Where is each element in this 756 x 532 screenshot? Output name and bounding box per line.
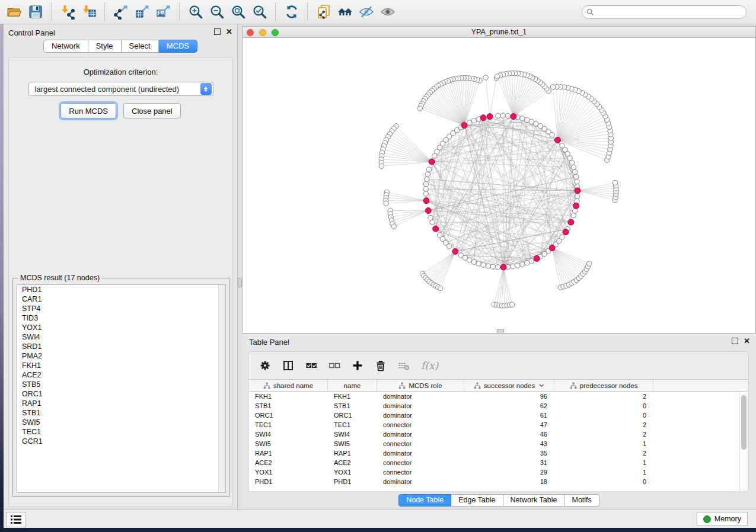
graph-hub-node[interactable] — [568, 219, 574, 225]
mcds-result-item[interactable]: SRD1 — [17, 342, 225, 351]
graph-hub-node[interactable] — [429, 159, 435, 165]
graph-node[interactable] — [467, 120, 472, 125]
graph-node[interactable] — [486, 264, 490, 268]
settings-button[interactable] — [259, 360, 271, 371]
graph-node[interactable] — [510, 264, 515, 268]
export-network-button[interactable] — [110, 2, 132, 22]
table-row[interactable]: TEC1TEC1connector472 — [249, 420, 748, 430]
graph-node[interactable] — [483, 75, 488, 80]
maximize-window-icon[interactable] — [272, 29, 279, 36]
graph-node[interactable] — [571, 165, 576, 169]
mcds-result-item[interactable]: FKH1 — [17, 361, 225, 370]
mcds-result-item[interactable]: STB5 — [17, 380, 225, 389]
tab-edge-table[interactable]: Edge Table — [451, 494, 503, 507]
mcds-result-item[interactable]: ORC1 — [17, 389, 225, 399]
mcds-result-item[interactable]: CAR1 — [17, 294, 225, 304]
graph-node[interactable] — [428, 215, 433, 220]
graph-node[interactable] — [550, 85, 555, 89]
split-columns-button[interactable] — [282, 360, 294, 371]
memory-button[interactable]: Memory — [697, 512, 748, 526]
table-row[interactable]: YOX1YOX1connector291 — [249, 467, 748, 477]
table-row[interactable]: FKH1FKH1dominator962 — [249, 392, 748, 401]
graph-hub-node[interactable] — [573, 203, 579, 209]
table-row[interactable]: RAP1RAP1dominator352 — [249, 448, 748, 458]
graph-node[interactable] — [573, 174, 578, 179]
mcds-result-item[interactable]: STB1 — [17, 408, 225, 418]
graph-node[interactable] — [515, 263, 520, 268]
graph-node[interactable] — [560, 235, 564, 239]
graph-node[interactable] — [425, 177, 429, 181]
table-row[interactable]: PHD1PHD1dominator180 — [249, 477, 748, 486]
graph-node[interactable] — [613, 180, 617, 185]
tab-network[interactable]: Network — [43, 40, 88, 53]
graph-node[interactable] — [496, 113, 500, 118]
column-header-successor-nodes[interactable]: successor nodes — [464, 380, 554, 391]
graph-node[interactable] — [423, 191, 428, 196]
zoom-out-button[interactable] — [206, 2, 228, 22]
graph-hub-node[interactable] — [480, 115, 486, 121]
float-panel-icon[interactable] — [214, 28, 221, 35]
table-scrollbar[interactable] — [739, 392, 748, 491]
import-network-button[interactable] — [57, 2, 78, 22]
table-row[interactable]: STB1STB1dominator620 — [249, 401, 748, 411]
graph-hub-node[interactable] — [461, 123, 467, 129]
graph-node[interactable] — [417, 106, 422, 111]
graph-node[interactable] — [432, 153, 437, 158]
tab-motifs[interactable]: Motifs — [564, 494, 599, 507]
open-session-button[interactable] — [4, 2, 25, 22]
graph-hub-node[interactable] — [563, 229, 569, 235]
graph-hub-node[interactable] — [433, 226, 439, 232]
graph-node[interactable] — [505, 113, 510, 118]
graph-hub-node[interactable] — [554, 137, 560, 143]
mcds-result-item[interactable]: SWI5 — [17, 418, 225, 427]
delete-column-button[interactable] — [375, 360, 387, 371]
graph-node[interactable] — [529, 119, 534, 124]
graph-node[interactable] — [525, 117, 529, 122]
network-graph[interactable] — [243, 38, 755, 332]
graph-node[interactable] — [447, 244, 452, 249]
mcds-result-item[interactable]: YOX1 — [17, 323, 225, 332]
tab-mcds[interactable]: MCDS — [159, 40, 197, 53]
graph-node[interactable] — [391, 224, 396, 229]
splitter-grip[interactable] — [238, 278, 242, 287]
graph-node[interactable] — [529, 259, 534, 264]
graph-node[interactable] — [520, 262, 525, 267]
graph-hub-node[interactable] — [549, 245, 555, 251]
share-document-button[interactable] — [313, 2, 334, 22]
criterion-select[interactable]: largest connected component (undirected) — [28, 82, 213, 96]
tab-network-table[interactable]: Network Table — [503, 494, 565, 507]
network-canvas[interactable] — [242, 38, 756, 334]
mcds-result-item[interactable]: PMA2 — [17, 351, 225, 361]
mcds-result-item[interactable]: TEC1 — [17, 427, 225, 437]
mcds-result-item[interactable]: TID3 — [17, 313, 225, 323]
column-header-name[interactable]: name — [328, 380, 377, 391]
vertical-splitter[interactable] — [238, 24, 242, 509]
graph-node[interactable] — [571, 213, 576, 218]
tab-node-table[interactable]: Node Table — [398, 494, 451, 507]
graph-node[interactable] — [481, 262, 486, 267]
zoom-fit-button[interactable] — [228, 2, 249, 22]
graph-node[interactable] — [438, 286, 443, 290]
show-all-button[interactable] — [377, 2, 398, 22]
mcds-result-item[interactable]: RAP1 — [17, 399, 225, 408]
graph-node[interactable] — [575, 179, 579, 184]
task-history-button[interactable] — [6, 512, 26, 527]
export-table-button[interactable] — [132, 2, 153, 22]
graph-node[interactable] — [426, 167, 431, 172]
mcds-list-scrollbar[interactable] — [218, 285, 225, 492]
graph-node[interactable] — [496, 265, 500, 270]
graph-node[interactable] — [379, 164, 384, 168]
add-column-button[interactable] — [352, 360, 363, 371]
graph-node[interactable] — [525, 261, 529, 265]
float-panel-icon[interactable] — [732, 338, 738, 344]
graph-node[interactable] — [575, 194, 580, 198]
refresh-layout-button[interactable] — [281, 2, 302, 22]
column-header-predecessor-nodes[interactable]: predecessor nodes — [554, 380, 653, 391]
close-panel-button[interactable]: Close panel — [123, 103, 181, 118]
search-input[interactable] — [596, 8, 746, 17]
graph-hub-node[interactable] — [500, 264, 506, 270]
run-mcds-button[interactable]: Run MCDS — [60, 103, 116, 118]
graph-node[interactable] — [510, 302, 515, 307]
home-pages-button[interactable] — [334, 2, 356, 22]
close-panel-icon[interactable]: ✕ — [744, 338, 750, 344]
